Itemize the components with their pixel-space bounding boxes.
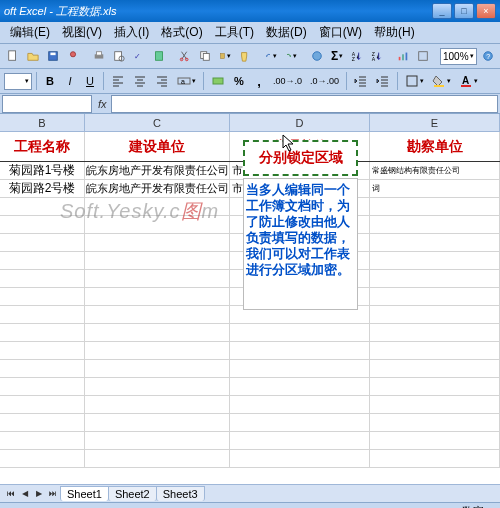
minimize-button[interactable]: _ (432, 3, 452, 19)
status-numlock: 数字 (452, 504, 494, 508)
zoom-combo[interactable]: 100%▾ (440, 48, 477, 65)
borders-icon[interactable]: ▾ (402, 71, 427, 91)
tab-nav-last-icon[interactable]: ⏭ (46, 487, 60, 501)
print-icon[interactable] (90, 46, 108, 66)
col-header-b[interactable]: B (0, 114, 85, 131)
empty-row[interactable] (0, 342, 500, 360)
font-color-icon[interactable]: A▾ (456, 71, 481, 91)
decrease-indent-icon[interactable] (351, 71, 371, 91)
empty-row[interactable] (0, 432, 500, 450)
header-survey-unit[interactable]: 勘察单位 (370, 132, 500, 161)
empty-row[interactable] (0, 450, 500, 468)
header-project-name[interactable]: 工程名称 (0, 132, 85, 161)
merge-icon[interactable]: a▾ (174, 71, 199, 91)
autosum-icon[interactable]: Σ▾ (328, 46, 346, 66)
menu-data[interactable]: 数据(D) (260, 22, 313, 43)
empty-row[interactable] (0, 378, 500, 396)
cell[interactable]: 常盛钢结构有限责任公司 (370, 162, 500, 179)
menu-edit[interactable]: 编辑(E) (4, 22, 56, 43)
svg-rect-28 (213, 78, 223, 84)
tab-sheet2[interactable]: Sheet2 (108, 486, 157, 501)
callout-body-box[interactable]: 当多人编辑同一个工作簿文档时，为了防止修改由他人负责填写的数据，我们可以对工作表… (243, 178, 358, 310)
empty-row[interactable] (0, 414, 500, 432)
col-header-c[interactable]: C (85, 114, 230, 131)
close-button[interactable]: × (476, 3, 496, 19)
spell-icon[interactable]: ✓ (130, 46, 148, 66)
increase-indent-icon[interactable] (373, 71, 393, 91)
hyperlink-icon[interactable] (308, 46, 326, 66)
svg-text:?: ? (486, 53, 490, 60)
cell[interactable]: 皖东房地产开发有限责任公司 (85, 162, 230, 179)
redo-icon[interactable]: ▾ (282, 46, 300, 66)
svg-rect-32 (461, 85, 471, 87)
sort-asc-icon[interactable]: AZ (348, 46, 366, 66)
permission-icon[interactable] (64, 46, 82, 66)
menu-help[interactable]: 帮助(H) (368, 22, 421, 43)
svg-rect-20 (399, 57, 401, 60)
svg-rect-14 (221, 54, 225, 59)
tab-nav-prev-icon[interactable]: ◀ (18, 487, 32, 501)
cell[interactable]: 菊园路1号楼 (0, 162, 85, 179)
save-icon[interactable] (44, 46, 62, 66)
undo-icon[interactable]: ▾ (262, 46, 280, 66)
new-icon[interactable] (4, 46, 22, 66)
copy-icon[interactable] (196, 46, 214, 66)
header-build-unit[interactable]: 建设单位 (85, 132, 230, 161)
sort-desc-icon[interactable]: ZA (368, 46, 386, 66)
comma-icon[interactable]: , (250, 71, 268, 91)
research-icon[interactable] (150, 46, 168, 66)
menu-insert[interactable]: 插入(I) (108, 22, 155, 43)
fx-icon[interactable]: fx (94, 98, 111, 110)
menu-format[interactable]: 格式(O) (155, 22, 208, 43)
italic-icon[interactable]: I (61, 71, 79, 91)
svg-text:A: A (462, 75, 469, 86)
align-right-icon[interactable] (152, 71, 172, 91)
col-header-d[interactable]: D (230, 114, 370, 131)
drawing-icon[interactable] (414, 46, 432, 66)
col-header-e[interactable]: E (370, 114, 500, 131)
empty-row[interactable] (0, 396, 500, 414)
tab-nav-first-icon[interactable]: ⏮ (4, 487, 18, 501)
svg-rect-23 (419, 52, 428, 61)
currency-icon[interactable] (208, 71, 228, 91)
cell[interactable]: 皖东房地产开发有限责任公司 (85, 180, 230, 197)
percent-icon[interactable]: % (230, 71, 248, 91)
tab-sheet1[interactable]: Sheet1 (60, 486, 109, 501)
underline-icon[interactable]: U (81, 71, 99, 91)
name-box[interactable] (2, 95, 92, 113)
cell[interactable]: 词 (370, 180, 500, 197)
menu-bar: 编辑(E) 视图(V) 插入(I) 格式(O) 工具(T) 数据(D) 窗口(W… (0, 22, 500, 44)
empty-row[interactable] (0, 324, 500, 342)
format-painter-icon[interactable] (236, 46, 254, 66)
empty-row[interactable] (0, 360, 500, 378)
decrease-decimal-icon[interactable]: .0→.00 (307, 71, 342, 91)
paste-icon[interactable]: ▾ (216, 46, 234, 66)
maximize-button[interactable]: □ (454, 3, 474, 19)
chart-icon[interactable] (394, 46, 412, 66)
increase-decimal-icon[interactable]: .00→.0 (270, 71, 305, 91)
open-icon[interactable] (24, 46, 42, 66)
cell[interactable]: 菊园路2号楼 (0, 180, 85, 197)
callout-title-box[interactable]: 分别锁定区域 (243, 140, 358, 176)
separator (397, 72, 398, 90)
menu-window[interactable]: 窗口(W) (313, 22, 368, 43)
window-title: oft Excel - 工程数据.xls (4, 4, 430, 19)
cut-icon[interactable] (176, 46, 194, 66)
svg-rect-13 (203, 53, 209, 60)
preview-icon[interactable] (110, 46, 128, 66)
font-size-combo[interactable]: ▾ (4, 73, 32, 90)
align-center-icon[interactable] (130, 71, 150, 91)
bold-icon[interactable]: B (41, 71, 59, 91)
align-left-icon[interactable] (108, 71, 128, 91)
menu-view[interactable]: 视图(V) (56, 22, 108, 43)
help-icon[interactable]: ? (479, 46, 497, 66)
menu-tools[interactable]: 工具(T) (209, 22, 260, 43)
svg-text:Z: Z (352, 56, 355, 62)
tab-nav-next-icon[interactable]: ▶ (32, 487, 46, 501)
svg-rect-29 (407, 76, 417, 86)
formula-input[interactable] (111, 95, 498, 113)
svg-point-11 (185, 58, 188, 61)
fill-color-icon[interactable]: ▾ (429, 71, 454, 91)
svg-rect-5 (96, 52, 101, 55)
tab-sheet3[interactable]: Sheet3 (156, 486, 205, 501)
